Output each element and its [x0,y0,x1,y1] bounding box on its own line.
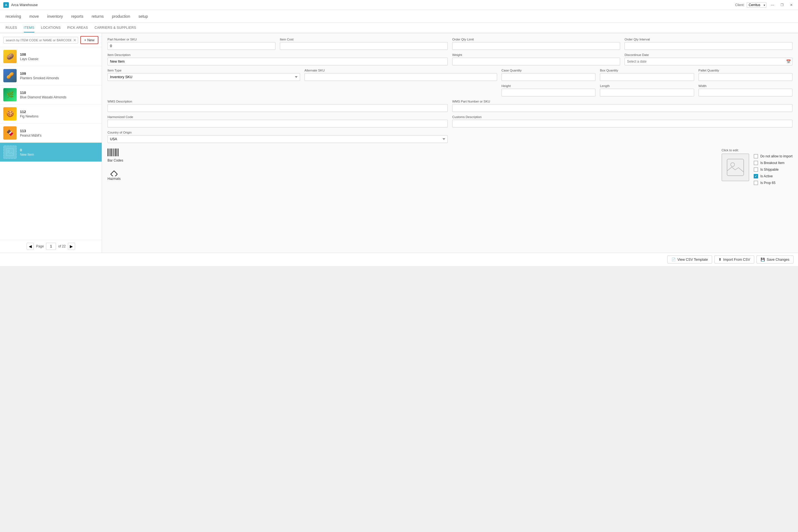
subnav-pick-areas[interactable]: PICK AREAS [67,23,88,32]
wms-part-input[interactable] [452,104,793,112]
save-label: Save Changes [767,258,790,262]
checkbox-prop65-box[interactable] [754,180,758,185]
part-number-input[interactable] [108,42,276,50]
pallet-qty-input[interactable] [699,73,793,81]
list-item[interactable]: 🍫 113 Peanut M&M's [0,124,102,143]
list-item[interactable]: 🌿 110 Blue Diamond Wasabi Almonds [0,86,102,104]
save-changes-button[interactable]: 💾 Save Changes [757,255,794,264]
width-input[interactable] [699,89,793,96]
wms-desc-label: WMS Description [108,100,448,103]
discontinue-date-input[interactable] [625,58,793,65]
subnav-items[interactable]: ITEMS [24,23,34,33]
checkbox-shippable-box[interactable] [754,167,758,172]
box-qty-label: Box Quantity [600,69,694,72]
order-qty-interval-group: Order Qty Interval [625,38,793,50]
harmonized-code-group: Harmonized Code [108,115,448,128]
subnav-carriers-suppliers[interactable]: CARRIERS & SUPPLIERS [94,23,136,32]
import-csv-label: Import From CSV [723,258,750,262]
item-code: 109 [20,72,98,76]
item-info: 0 New Item [20,148,98,156]
item-desc-input[interactable] [108,58,448,65]
import-from-csv-button[interactable]: ⬆ Import From CSV [714,255,754,264]
client-dropdown[interactable]: Cerritus [747,2,766,8]
nav-receiving[interactable]: receiving [5,13,21,20]
right-panel: Part Number or SKU Item Cost Order Qty L… [102,33,798,253]
barcode-icon [108,149,119,157]
alt-sku-group: Alternate SKU [305,69,497,81]
nav-inventory[interactable]: inventory [47,13,63,20]
item-name: Peanut M&M's [20,134,98,137]
list-item[interactable]: 🍪 112 Fig Newtons [0,104,102,124]
checkbox-active-box[interactable] [754,174,758,178]
minimize-button[interactable]: — [769,2,776,8]
item-type-label: Item Type [108,69,300,72]
case-qty-group: Case Quantity [501,69,595,81]
barcode-section[interactable]: Bar Codes [108,149,123,163]
checkbox-active[interactable]: Is Active [754,174,793,178]
checkbox-no-import[interactable]: Do not allow to import [754,154,793,158]
nav-setup[interactable]: setup [138,13,148,20]
list-item[interactable]: 🥔 108 Lays Classic [0,47,102,66]
checkbox-no-import-box[interactable] [754,154,758,158]
nav-production[interactable]: production [112,13,130,20]
length-input[interactable] [600,89,694,96]
search-clear-button[interactable]: ✕ [73,38,76,42]
checkbox-breakout-box[interactable] [754,161,758,165]
item-name: Planters Smoked Almonds [20,76,98,80]
length-label: Length [600,84,694,88]
upload-icon: ⬆ [719,258,722,262]
image-and-checkboxes: Click to edit: Do not allow to import [722,149,793,185]
order-qty-limit-input[interactable] [452,42,620,50]
svg-rect-3 [109,149,109,156]
weight-input[interactable] [452,58,620,65]
checkbox-shippable[interactable]: Is Shippable [754,167,793,172]
close-button[interactable]: ✕ [788,2,795,8]
next-page-button[interactable]: ▶ [68,243,75,250]
nav-reports[interactable]: reports [71,13,83,20]
hazmats-label: Hazmats [108,177,120,180]
list-item-new[interactable]: 0 New Item [0,143,102,162]
search-input[interactable] [3,37,78,43]
nav-move[interactable]: move [30,13,39,20]
item-thumb-emoji: 🥜 [6,72,14,79]
alt-sku-input[interactable] [305,73,497,81]
prev-page-button[interactable]: ◀ [26,243,34,250]
checkbox-no-import-label: Do not allow to import [760,154,793,158]
page-of-label: of 22 [58,244,66,248]
item-type-select[interactable]: Inventory SKU Non-Inventory SKU Service [108,73,300,81]
box-qty-input[interactable] [600,73,694,81]
item-image-placeholder[interactable] [722,153,749,181]
wms-desc-input[interactable] [108,104,448,112]
item-code: 113 [20,129,98,133]
client-selector[interactable]: Cerritus [747,2,766,8]
hazmats-section[interactable]: Hazmats [108,167,123,180]
svg-point-1 [8,150,10,152]
case-qty-label: Case Quantity [501,69,595,72]
barcode-label: Bar Codes [108,158,123,163]
height-label: Height [501,84,595,88]
harmonized-code-input[interactable] [108,120,448,128]
case-qty-input[interactable] [501,73,595,81]
nav-returns[interactable]: returns [92,13,104,20]
item-desc-group: Item Description [108,53,448,65]
item-thumb-emoji: 🌿 [6,91,14,98]
checkbox-prop65[interactable]: Is Prop 65 [754,180,793,185]
list-item[interactable]: 🥜 109 Planters Smoked Almonds [0,66,102,86]
harmonized-code-label: Harmonized Code [108,115,448,119]
country-of-origin-select[interactable]: USA Canada Mexico China Other [108,135,448,143]
page-number-input[interactable] [46,243,56,250]
titlebar: A Arca Warehouse Client: Cerritus — ❐ ✕ [0,0,798,10]
new-item-button[interactable]: + New [80,36,98,44]
wms-part-label: WMS Part Number or SKU [452,100,793,103]
item-cost-input[interactable] [280,42,448,50]
subnav-rules[interactable]: RULES [5,23,17,32]
maximize-button[interactable]: ❐ [779,2,785,8]
item-thumbnail: 🥔 [3,50,17,63]
subnav-locations[interactable]: LOCATIONS [41,23,61,32]
order-qty-interval-input[interactable] [625,42,793,50]
customs-desc-input[interactable] [452,120,793,128]
checkbox-breakout[interactable]: Is Breakout Item [754,161,793,165]
height-input[interactable] [501,89,595,96]
view-csv-template-button[interactable]: 📄 View CSV Template [667,255,712,264]
main-content: ✕ + New 🥔 108 Lays Classic 🥜 [0,33,798,253]
